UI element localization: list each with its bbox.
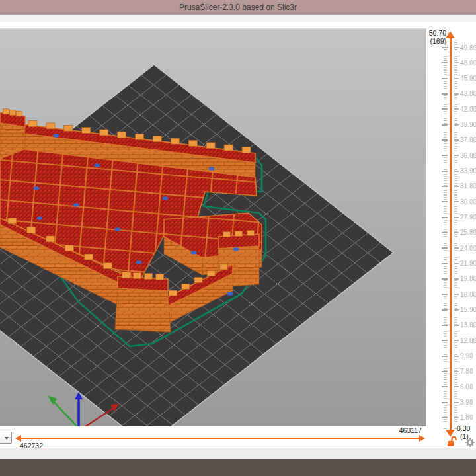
tick-dash <box>454 78 459 79</box>
tick-dash <box>442 139 448 141</box>
layer-tick-label: 18.00 <box>460 291 476 298</box>
status-strip <box>0 448 476 459</box>
layer-tick-label: 39.90 <box>460 121 476 128</box>
layer-tick-label: 7.80 <box>460 368 473 375</box>
move-mode-dropdown[interactable] <box>0 432 12 444</box>
tick-dash <box>442 417 448 418</box>
move-slider-track[interactable] <box>20 438 420 439</box>
tick-dash <box>454 139 459 141</box>
tick-dash <box>442 62 448 63</box>
tick-dash <box>442 294 448 295</box>
layer-tick-label: 31.80 <box>460 182 476 190</box>
chevron-down-icon <box>5 437 9 440</box>
layer-tick-label: 43.80 <box>460 90 476 97</box>
up-arrow-icon[interactable] <box>446 31 455 38</box>
window-title: PrusaSlicer-2.3.0 based on Slic3r <box>179 3 297 12</box>
tick-dash <box>442 171 448 172</box>
toolbar-strip <box>0 22 476 28</box>
layer-tick-label: 27.90 <box>460 214 476 221</box>
tick-dash <box>454 417 459 418</box>
tick-dash <box>442 247 448 249</box>
tick-dash <box>454 124 459 126</box>
layer-tick-label: 3.90 <box>460 399 473 406</box>
tick-dash <box>442 386 448 387</box>
layer-tick-label: 37.80 <box>460 136 476 143</box>
tick-dash <box>454 201 459 202</box>
tick-dash <box>454 171 459 172</box>
tick-dash <box>442 278 448 280</box>
tick-dash <box>454 186 459 187</box>
tick-dash <box>442 93 448 95</box>
tick-dash <box>442 232 448 233</box>
tick-dash <box>454 294 459 295</box>
tick-dash <box>442 356 448 357</box>
tick-dash <box>454 309 459 311</box>
right-arrow-icon[interactable] <box>419 435 425 442</box>
layer-tick-label: 48.00 <box>460 60 476 67</box>
tick-dash <box>454 155 459 156</box>
bottom-move-bar: 462732 463117 <box>0 426 426 448</box>
layer-tick-label: 45.90 <box>460 75 476 82</box>
tick-dash <box>442 340 448 341</box>
tick-dash <box>454 325 459 326</box>
tick-dash <box>442 108 448 110</box>
tick-dash <box>454 108 459 110</box>
layer-slider-track[interactable] <box>450 38 452 430</box>
tick-dash <box>442 402 448 403</box>
layer-tick-label: 9.90 <box>460 352 473 360</box>
tick-dash <box>442 217 448 218</box>
tick-dash <box>442 309 448 311</box>
tick-dash <box>442 124 448 126</box>
taskbar-area <box>0 459 476 476</box>
tick-dash <box>454 371 459 372</box>
layer-tick-label: 30.00 <box>460 198 476 206</box>
window-titlebar[interactable]: PrusaSlicer-2.3.0 based on Slic3r <box>0 0 476 15</box>
tick-dash <box>442 47 448 48</box>
move-right-value: 463117 <box>370 426 422 434</box>
tick-dash <box>442 78 448 79</box>
tick-dash <box>454 62 459 63</box>
tick-dash <box>454 340 459 341</box>
tick-dash <box>454 247 459 249</box>
model-corner-tower <box>115 276 171 332</box>
tick-dash <box>442 201 448 202</box>
tick-dash <box>454 263 459 264</box>
layer-tick-label: 21.90 <box>460 260 476 267</box>
gcode-preview-scene <box>0 28 426 426</box>
viewport-3d[interactable] <box>0 28 426 426</box>
tick-dash <box>454 47 459 48</box>
layer-max-height: 50.70 <box>428 29 446 37</box>
layer-tick-label: 6.00 <box>460 383 473 391</box>
tick-dash <box>454 356 459 357</box>
layer-tick-label: 33.90 <box>460 167 476 175</box>
tick-dash <box>442 186 448 187</box>
unlocked-padlock-icon[interactable] <box>446 436 457 447</box>
tick-dash <box>454 386 459 387</box>
layer-tick-label: 25.80 <box>460 229 476 236</box>
tick-dash <box>442 325 448 326</box>
tick-dash <box>442 155 448 156</box>
layer-tick-label: 49.80 <box>460 44 476 52</box>
layer-tick-label: 36.00 <box>460 152 476 159</box>
layer-slider-panel: 50.70 (169) 49.8048.0045.9043.8042.0039.… <box>426 28 476 448</box>
tick-dash <box>442 371 448 372</box>
tick-dash <box>454 232 459 233</box>
layer-tick-label: 13.80 <box>460 321 476 329</box>
layer-tick-label: 12.00 <box>460 337 476 344</box>
layer-tick-label: 42.00 <box>460 106 476 113</box>
tick-dash <box>442 263 448 264</box>
layer-tick-label: 15.90 <box>460 306 476 313</box>
tick-dash <box>454 93 459 95</box>
tick-dash <box>454 402 459 403</box>
tick-dash <box>454 278 459 280</box>
prusaslicer-window: PrusaSlicer-2.3.0 based on Slic3r <box>0 0 476 476</box>
gear-icon[interactable] <box>465 438 475 447</box>
layer-tick-label: 1.80 <box>460 414 473 421</box>
layer-tick-label: 19.80 <box>460 275 476 282</box>
layer-tick-label: 24.00 <box>460 245 476 252</box>
tick-dash <box>454 217 459 218</box>
layer-min-height: 0.30 <box>457 424 470 432</box>
